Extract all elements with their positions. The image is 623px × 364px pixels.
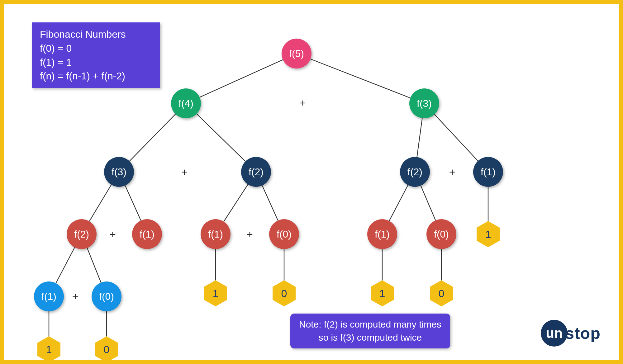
node-f5: f(5)	[282, 39, 312, 69]
node-f1: f(1)	[201, 219, 231, 249]
edge	[224, 184, 248, 222]
node-f2: f(2)	[67, 219, 97, 249]
node-f3: f(3)	[409, 88, 439, 118]
plus-icon: +	[110, 228, 116, 240]
diagram-frame: Fibonacci Numbers f(0) = 0 f(1) = 1 f(n)…	[0, 0, 623, 364]
plus-icon: +	[247, 228, 253, 240]
plus-icon: +	[449, 166, 455, 178]
edge	[56, 247, 74, 283]
node-f0: f(0)	[426, 219, 456, 249]
edge	[417, 118, 422, 157]
node-f0: f(0)	[92, 281, 121, 311]
node-f4: f(4)	[171, 88, 201, 118]
node-f3: f(3)	[104, 157, 134, 187]
plus-icon: +	[300, 97, 306, 109]
plus-icon: +	[181, 166, 188, 178]
plus-icon: +	[72, 291, 78, 303]
node-f1: f(1)	[367, 219, 397, 249]
node-f2: f(2)	[241, 157, 271, 187]
edge	[421, 186, 435, 220]
edge	[89, 185, 112, 221]
node-f1: f(1)	[473, 157, 503, 187]
node-f1: f(1)	[132, 219, 162, 249]
edge	[389, 185, 408, 221]
edge	[262, 186, 278, 220]
edge	[87, 248, 101, 283]
edge	[125, 186, 141, 220]
node-f0: f(0)	[269, 219, 299, 249]
edge	[130, 114, 176, 161]
edge	[197, 114, 245, 162]
edge	[200, 60, 283, 97]
edge	[435, 114, 478, 161]
edge	[311, 59, 411, 98]
node-f1: f(1)	[34, 281, 64, 311]
node-f2: f(2)	[400, 157, 430, 187]
